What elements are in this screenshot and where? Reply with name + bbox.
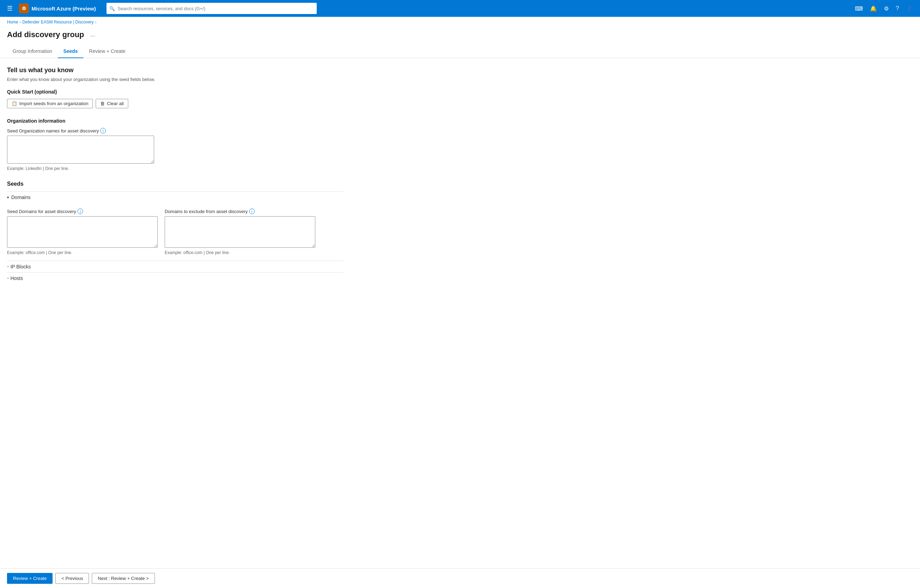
org-names-info-icon[interactable]: i [100, 128, 106, 133]
seed-domains-info-icon[interactable]: i [78, 209, 83, 214]
breadcrumb-sep-2: › [95, 20, 97, 24]
breadcrumb-sep-1: › [19, 20, 21, 24]
hosts-header-label: Hosts [11, 275, 23, 281]
breadcrumb-discovery[interactable]: Defender EASM Resource | Discovery [23, 19, 94, 24]
section-heading: Tell us what you know [7, 66, 343, 74]
settings-button[interactable]: ⚙ [881, 3, 892, 14]
breadcrumb: Home › Defender EASM Resource | Discover… [0, 17, 920, 28]
ip-blocks-chevron-icon: › [6, 266, 10, 267]
quick-start-buttons: 📋 Import seeds from an organization 🗑 Cl… [7, 99, 343, 108]
domains-header-label: Domains [11, 194, 31, 200]
domains-grid: Seed Domains for asset discovery i Examp… [7, 209, 315, 255]
exclude-domains-textarea[interactable] [165, 216, 315, 248]
trash-icon: 🗑 [100, 101, 105, 106]
seed-domains-field: Seed Domains for asset discovery i Examp… [7, 209, 158, 255]
domains-collapsible-header[interactable]: ▾ Domains [7, 191, 343, 203]
import-seeds-button[interactable]: 📋 Import seeds from an organization [7, 99, 93, 108]
app-title-area: ⚙ Microsoft Azure (Preview) [19, 3, 96, 13]
domains-chevron-icon: ▾ [7, 195, 9, 200]
page-header: Add discovery group ... [0, 28, 920, 45]
seeds-section: Seeds ▾ Domains Seed Domains for asset d… [7, 181, 343, 284]
more-options-button[interactable]: ... [88, 31, 97, 39]
org-names-hint: Example: LinkedIn | One per line. [7, 166, 343, 171]
nav-actions: ⌨ 🔔 ⚙ ? 👤 [852, 3, 916, 14]
top-navigation: ☰ ⚙ Microsoft Azure (Preview) 🔍 ⌨ 🔔 ⚙ ? … [0, 0, 920, 17]
search-bar: 🔍 [107, 3, 317, 14]
help-button[interactable]: ? [893, 3, 902, 14]
tab-bar: Group Information Seeds Review + Create [0, 45, 920, 58]
account-button[interactable]: 👤 [903, 3, 916, 14]
hamburger-button[interactable]: ☰ [4, 3, 15, 14]
breadcrumb-home[interactable]: Home [7, 19, 18, 24]
hosts-collapsible-header[interactable]: › Hosts [7, 272, 343, 284]
page-title: Add discovery group [7, 30, 84, 39]
cloud-shell-button[interactable]: ⌨ [852, 3, 866, 14]
section-description: Enter what you know about your organizat… [7, 77, 343, 82]
exclude-domains-field: Domains to exclude from asset discovery … [165, 209, 315, 255]
seed-domains-label: Seed Domains for asset discovery i [7, 209, 158, 214]
quick-start-label: Quick Start (optional) [7, 89, 343, 95]
search-input[interactable] [107, 3, 317, 14]
seed-domains-textarea[interactable] [7, 216, 158, 248]
org-info-heading: Organization information [7, 118, 343, 124]
exclude-domains-info-icon[interactable]: i [249, 209, 255, 214]
exclude-domains-hint: Example: office.com | One per line. [165, 250, 315, 255]
org-names-label: Seed Organization names for asset discov… [7, 128, 343, 133]
app-icon: ⚙ [19, 3, 29, 13]
import-icon: 📋 [11, 101, 17, 106]
seeds-heading: Seeds [7, 181, 343, 187]
tab-group-information[interactable]: Group Information [7, 45, 58, 58]
tab-seeds[interactable]: Seeds [58, 45, 83, 58]
seed-domains-hint: Example: office.com | One per line. [7, 250, 158, 255]
tab-review-create[interactable]: Review + Create [83, 45, 131, 58]
exclude-domains-label: Domains to exclude from asset discovery … [165, 209, 315, 214]
domains-content: Seed Domains for asset discovery i Examp… [7, 203, 343, 261]
search-icon: 🔍 [109, 6, 115, 11]
org-names-textarea[interactable] [7, 136, 154, 164]
hosts-chevron-icon: › [6, 277, 10, 279]
org-info-section: Organization information Seed Organizati… [7, 118, 343, 171]
clear-all-button[interactable]: 🗑 Clear all [96, 99, 128, 108]
ip-blocks-collapsible-header[interactable]: › IP Blocks [7, 261, 343, 272]
ip-blocks-header-label: IP Blocks [11, 264, 31, 269]
notifications-button[interactable]: 🔔 [867, 3, 880, 14]
main-content: Tell us what you know Enter what you kno… [0, 58, 350, 292]
